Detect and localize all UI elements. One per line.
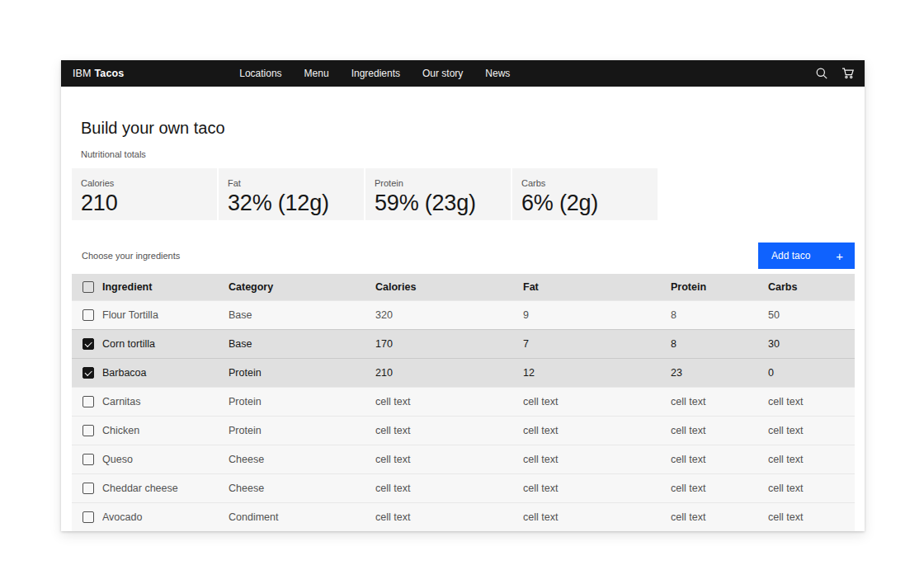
cell-carbs: cell text xyxy=(768,425,855,436)
cell-category: Protein xyxy=(229,425,375,436)
column-header-carbs[interactable]: Carbs xyxy=(768,281,855,293)
cell-carbs: cell text xyxy=(768,511,855,523)
column-header-protein[interactable]: Protein xyxy=(671,281,768,293)
cell-fat: cell text xyxy=(523,425,671,436)
brand-logo[interactable]: IBMTacos xyxy=(73,68,124,79)
shopping-cart-icon[interactable] xyxy=(835,60,861,87)
cell-protein: cell text xyxy=(671,396,768,407)
cell-calories: 320 xyxy=(375,309,523,321)
cell-category: Protein xyxy=(229,396,375,407)
nav-item-ingredients[interactable]: Ingredients xyxy=(351,68,400,79)
cell-protein: cell text xyxy=(671,425,768,436)
cell-calories: cell text xyxy=(375,425,523,436)
nav-item-news[interactable]: News xyxy=(485,68,510,79)
row-checkbox-cell xyxy=(72,396,102,408)
cell-fat: cell text xyxy=(523,483,671,494)
table-row[interactable]: Corn tortillaBase1707830 xyxy=(72,329,855,358)
tile-label: Fat xyxy=(228,178,364,188)
cell-carbs: 30 xyxy=(768,338,855,350)
cell-protein: 23 xyxy=(671,367,768,379)
cell-ingredient: Corn tortilla xyxy=(102,338,229,350)
add-taco-label: Add taco xyxy=(771,250,810,261)
row-checkbox[interactable] xyxy=(82,483,94,494)
row-checkbox[interactable] xyxy=(82,511,94,523)
choose-ingredients-label: Choose your ingredients xyxy=(82,251,180,261)
cell-ingredient: Queso xyxy=(102,454,229,465)
cell-ingredient: Avocado xyxy=(102,511,229,523)
tile-fat: Fat 32% (12g) xyxy=(219,168,364,220)
table-row[interactable]: ChickenProteincell textcell textcell tex… xyxy=(72,416,855,445)
row-checkbox-cell xyxy=(72,425,102,437)
column-header-calories[interactable]: Calories xyxy=(375,281,523,293)
row-checkbox-cell xyxy=(72,454,102,466)
row-checkbox-cell xyxy=(72,511,102,524)
page-title: Build your own taco xyxy=(81,118,865,138)
nav-item-locations[interactable]: Locations xyxy=(239,68,281,79)
cell-protein: 8 xyxy=(671,338,768,350)
tile-carbs: Carbs 6% (2g) xyxy=(512,168,658,220)
cell-calories: 170 xyxy=(375,338,523,350)
ingredients-toolbar: Choose your ingredients Add taco + xyxy=(72,243,855,269)
tile-label: Carbs xyxy=(521,178,658,188)
search-icon[interactable] xyxy=(808,60,835,87)
row-checkbox[interactable] xyxy=(82,338,94,350)
tile-value: 32% (12g) xyxy=(228,190,364,216)
row-checkbox-cell xyxy=(72,483,102,495)
app-window: IBMTacos Locations Menu Ingredients Our … xyxy=(61,60,865,531)
nav-item-menu[interactable]: Menu xyxy=(304,68,329,79)
nutritional-totals-label: Nutritional totals xyxy=(81,149,865,159)
tile-value: 210 xyxy=(81,190,217,216)
cell-fat: cell text xyxy=(523,454,671,465)
table-body: Flour TortillaBase3209850Corn tortillaBa… xyxy=(72,300,855,531)
table-row[interactable]: BarbacoaProtein21012230 xyxy=(72,358,855,387)
row-checkbox[interactable] xyxy=(82,309,94,321)
ingredients-table: Ingredient Category Calories Fat Protein… xyxy=(72,274,855,531)
cell-ingredient: Cheddar cheese xyxy=(102,483,229,494)
tile-value: 6% (2g) xyxy=(521,190,658,216)
column-header-fat[interactable]: Fat xyxy=(523,281,671,293)
cell-calories: cell text xyxy=(375,483,523,494)
cell-calories: cell text xyxy=(375,454,523,465)
table-row[interactable]: Cheddar cheeseCheesecell textcell textce… xyxy=(72,473,855,502)
column-header-category[interactable]: Category xyxy=(229,281,375,293)
cell-carbs: cell text xyxy=(768,483,855,494)
cell-calories: cell text xyxy=(375,511,523,523)
column-header-ingredient[interactable]: Ingredient xyxy=(102,281,229,293)
cell-category: Cheese xyxy=(229,483,375,494)
table-row[interactable]: QuesoCheesecell textcell textcell textce… xyxy=(72,445,855,473)
cell-category: Cheese xyxy=(229,454,375,465)
table-row[interactable]: Flour TortillaBase3209850 xyxy=(72,300,855,329)
cell-category: Base xyxy=(229,309,375,321)
nav-item-our-story[interactable]: Our story xyxy=(422,68,463,79)
cell-carbs: 0 xyxy=(768,367,855,379)
tile-value: 59% (23g) xyxy=(375,190,511,216)
row-checkbox-cell xyxy=(72,338,102,351)
cell-fat: 9 xyxy=(523,309,671,321)
tile-protein: Protein 59% (23g) xyxy=(365,168,511,220)
cell-calories: 210 xyxy=(375,367,523,379)
row-checkbox[interactable] xyxy=(82,454,94,465)
row-checkbox[interactable] xyxy=(82,367,94,379)
cell-category: Base xyxy=(229,338,375,350)
cell-protein: cell text xyxy=(671,483,768,494)
cell-fat: 7 xyxy=(523,338,671,350)
table-row[interactable]: CarnitasProteincell textcell textcell te… xyxy=(72,387,855,416)
brand-prefix: IBM xyxy=(73,68,92,79)
table-row[interactable]: AvocadoCondimentcell textcell textcell t… xyxy=(72,502,855,531)
nutritional-tiles: Calories 210 Fat 32% (12g) Protein 59% (… xyxy=(72,168,854,220)
cell-fat: cell text xyxy=(523,511,671,523)
main-nav: Locations Menu Ingredients Our story New… xyxy=(239,68,510,79)
cell-category: Protein xyxy=(229,367,375,379)
cell-ingredient: Chicken xyxy=(102,425,229,436)
cell-protein: 8 xyxy=(671,309,768,321)
cell-ingredient: Flour Tortilla xyxy=(102,309,229,321)
row-checkbox[interactable] xyxy=(82,425,94,436)
top-nav-bar: IBMTacos Locations Menu Ingredients Our … xyxy=(61,60,865,87)
tile-calories: Calories 210 xyxy=(72,168,217,220)
row-checkbox[interactable] xyxy=(82,396,94,407)
cell-fat: cell text xyxy=(523,396,671,407)
brand-name: Tacos xyxy=(95,68,125,79)
add-taco-button[interactable]: Add taco + xyxy=(758,243,855,269)
select-all-checkbox[interactable] xyxy=(82,281,94,293)
table-header-row: Ingredient Category Calories Fat Protein… xyxy=(72,274,855,300)
